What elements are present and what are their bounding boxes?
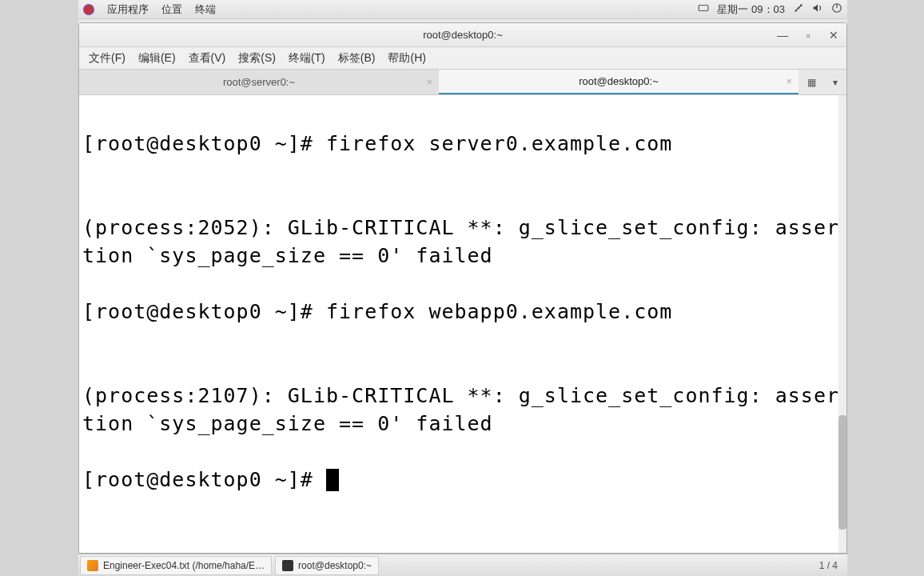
menu-help[interactable]: 帮助(H) (383, 50, 430, 67)
minimize-button[interactable]: — (773, 27, 792, 43)
svg-line-6 (796, 6, 802, 11)
close-button[interactable]: ✕ (824, 27, 843, 43)
menu-view[interactable]: 查看(V) (184, 50, 231, 67)
menu-tabs[interactable]: 标签(B) (333, 50, 380, 67)
menu-file[interactable]: 文件(F) (84, 50, 130, 67)
text-editor-icon (87, 560, 98, 571)
taskbar-item-terminal[interactable]: root@desktop0:~ (275, 556, 379, 575)
volume-icon[interactable] (812, 2, 823, 16)
terminal-content[interactable]: [root@desktop0 ~]# firefox server0.examp… (79, 95, 846, 553)
menu-terminal[interactable]: 终端(T) (284, 50, 330, 67)
open-new-tab-button[interactable]: ▦ (807, 77, 816, 88)
terminal-menu[interactable]: 终端 (195, 2, 216, 17)
applications-menu[interactable]: 应用程序 (107, 2, 149, 17)
scrollbar-thumb[interactable] (838, 415, 846, 530)
taskbar-item-label: Engineer-Exec04.txt (/home/haha/E… (103, 560, 265, 571)
taskbar-item-label: root@desktop0:~ (298, 560, 372, 571)
tab-label: root@desktop0:~ (579, 75, 659, 87)
terminal-icon (282, 560, 293, 571)
keyboard-icon[interactable] (698, 2, 709, 16)
maximize-button[interactable]: ▫ (799, 27, 818, 43)
tab-desktop0[interactable]: root@desktop0:~ × (439, 70, 799, 94)
scrollbar[interactable] (838, 95, 846, 553)
tab-label: root@server0:~ (223, 76, 295, 88)
clock-label[interactable]: 星期一 09：03 (717, 2, 785, 17)
menu-edit[interactable]: 编辑(E) (133, 50, 181, 67)
terminal-tab-bar: root@server0:~ × root@desktop0:~ × ▦ ▾ (79, 70, 846, 95)
terminal-prompt-line: [root@desktop0 ~]# (82, 466, 843, 494)
workspace-switcher[interactable]: 1 / 4 (810, 560, 847, 571)
svg-rect-0 (699, 6, 709, 11)
terminal-line: [root@desktop0 ~]# firefox server0.examp… (82, 130, 843, 158)
terminal-line: (process:2107): GLib-CRITICAL **: g_slic… (82, 382, 843, 438)
terminal-line: [root@desktop0 ~]# firefox webapp0.examp… (82, 298, 843, 326)
tab-server0[interactable]: root@server0:~ × (79, 70, 439, 94)
menu-search[interactable]: 搜索(S) (233, 50, 281, 67)
places-menu[interactable]: 位置 (161, 2, 182, 17)
window-titlebar[interactable]: root@desktop0:~ — ▫ ✕ (79, 23, 846, 47)
cursor-block (326, 469, 339, 491)
tab-dropdown-button[interactable]: ▾ (833, 77, 838, 88)
terminal-line: (process:2052): GLib-CRITICAL **: g_slic… (82, 214, 843, 270)
window-title: root@desktop0:~ (423, 29, 503, 41)
bottom-taskbar: Engineer-Exec04.txt (/home/haha/E… root@… (78, 554, 847, 576)
terminal-window: root@desktop0:~ — ▫ ✕ 文件(F) 编辑(E) 查看(V) … (78, 22, 847, 554)
tab-close-icon[interactable]: × (786, 75, 792, 87)
power-icon[interactable] (831, 2, 842, 16)
network-icon[interactable] (793, 2, 804, 16)
gnome-top-panel: 应用程序 位置 终端 星期一 09：03 (78, 0, 847, 19)
panel-logo-icon (83, 4, 94, 15)
terminal-menubar: 文件(F) 编辑(E) 查看(V) 搜索(S) 终端(T) 标签(B) 帮助(H… (79, 47, 846, 70)
tab-close-icon[interactable]: × (426, 76, 432, 88)
taskbar-item-editor[interactable]: Engineer-Exec04.txt (/home/haha/E… (80, 556, 272, 575)
